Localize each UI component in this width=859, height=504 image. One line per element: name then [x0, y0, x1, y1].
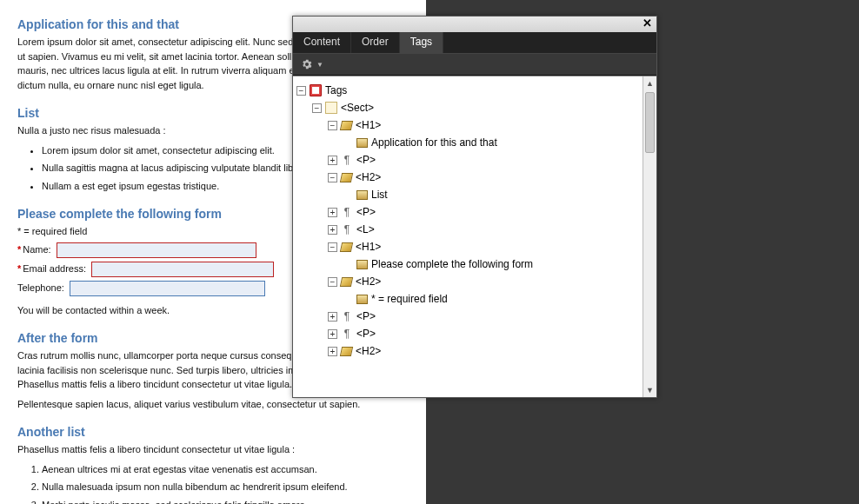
- collapse-icon[interactable]: −: [328, 277, 337, 287]
- list-item: Morbi porta iaculis massa, sed scelerisq…: [42, 498, 443, 505]
- tag-icon: [340, 347, 353, 356]
- tag-icon: [340, 173, 353, 182]
- tree-node[interactable]: List: [296, 186, 639, 203]
- tree-label: Please complete the following form: [371, 258, 533, 270]
- tab-order[interactable]: Order: [351, 32, 400, 53]
- tree-node[interactable]: −<H1>: [296, 238, 639, 255]
- section-icon: [325, 102, 337, 114]
- collapse-icon[interactable]: −: [328, 121, 337, 130]
- tree-label: <H1>: [356, 241, 381, 253]
- close-icon[interactable]: ✕: [641, 17, 653, 30]
- panel-titlebar[interactable]: ✕: [293, 17, 656, 32]
- tree-node[interactable]: +<P>: [296, 151, 639, 169]
- tree-node[interactable]: +<H2>: [296, 342, 639, 360]
- tag-icon: [340, 277, 353, 287]
- panel-toolbar: ▼: [293, 53, 656, 76]
- tree-label: <P>: [356, 310, 376, 322]
- collapse-icon[interactable]: −: [328, 173, 337, 182]
- scroll-down-icon[interactable]: ▼: [643, 383, 656, 397]
- tree-label: * = required field: [371, 293, 448, 305]
- scroll-up-icon[interactable]: ▲: [643, 76, 656, 90]
- heading-another: Another list: [17, 425, 443, 439]
- tree-node[interactable]: −<H2>: [296, 273, 639, 290]
- tree-container: − Tags − <Sect> −<H1>Application for thi…: [293, 76, 656, 397]
- twisty-none: [343, 260, 353, 269]
- scroll-thumb[interactable]: [645, 92, 655, 153]
- collapse-icon[interactable]: −: [296, 86, 306, 96]
- expand-icon[interactable]: +: [328, 329, 337, 339]
- tel-input[interactable]: [70, 281, 265, 296]
- gear-icon[interactable]: [300, 57, 314, 71]
- tree-label: <P>: [356, 206, 376, 218]
- tab-content[interactable]: Content: [293, 32, 351, 53]
- chevron-down-icon[interactable]: ▼: [316, 61, 323, 69]
- tree-node[interactable]: +<P>: [296, 203, 639, 221]
- tab-tags[interactable]: Tags: [400, 32, 443, 53]
- tree-node[interactable]: * = required field: [296, 290, 639, 308]
- pdf-icon: [310, 84, 322, 96]
- tree-root[interactable]: − Tags: [296, 82, 639, 99]
- tree-label: <L>: [356, 223, 375, 235]
- tree-label: List: [371, 189, 388, 201]
- paragraph-icon: [341, 206, 353, 218]
- vertical-scrollbar[interactable]: ▲ ▼: [643, 76, 656, 397]
- expand-icon[interactable]: +: [328, 312, 337, 322]
- email-input[interactable]: [91, 262, 274, 277]
- tree-label: <H1>: [356, 119, 381, 131]
- list-item: Aenean ultrices mi at erat egestas vitae…: [42, 462, 443, 477]
- name-label: *Name:: [17, 242, 51, 257]
- box-icon: [356, 138, 368, 148]
- box-icon: [356, 295, 368, 304]
- expand-icon[interactable]: +: [328, 347, 337, 356]
- paragraph: Phasellus mattis felis a libero tincidun…: [17, 442, 443, 457]
- list-item: Nulla malesuada ipsum non nulla bibendum…: [42, 480, 443, 494]
- paragraph-icon: [341, 328, 353, 340]
- ordered-list: Aenean ultrices mi at erat egestas vitae…: [42, 462, 443, 505]
- panel-tabs: Content Order Tags: [293, 32, 656, 53]
- tree-label: <Sect>: [341, 102, 374, 114]
- required-asterisk: *: [17, 244, 21, 255]
- tree-node[interactable]: Application for this and that: [296, 134, 639, 151]
- tree-label: <H2>: [356, 345, 381, 357]
- twisty-none: [343, 295, 353, 304]
- paragraph: Pellentesque sapien lacus, aliquet variu…: [17, 397, 443, 412]
- tree-label: Tags: [325, 84, 347, 96]
- name-input[interactable]: [57, 242, 256, 258]
- tree-node-sect[interactable]: − <Sect>: [296, 99, 639, 116]
- expand-icon[interactable]: +: [328, 156, 337, 165]
- tag-icon: [340, 242, 353, 252]
- tree-node[interactable]: −<H2>: [296, 169, 639, 186]
- expand-icon[interactable]: +: [328, 208, 337, 217]
- tags-panel: ✕ Content Order Tags ▼ − Tags − <Sect> −…: [292, 16, 657, 398]
- tag-icon: [340, 121, 353, 130]
- tree-label: <H2>: [356, 275, 381, 288]
- paragraph-icon: [341, 310, 353, 322]
- paragraph-icon: [341, 223, 353, 235]
- box-icon: [356, 190, 368, 200]
- tree-node[interactable]: +<P>: [296, 308, 639, 325]
- tree-node[interactable]: Please complete the following form: [296, 255, 639, 273]
- tree-label: <H2>: [356, 171, 381, 183]
- required-asterisk: *: [17, 263, 21, 274]
- tree-label: <P>: [356, 154, 376, 166]
- collapse-icon[interactable]: −: [312, 103, 322, 113]
- collapse-icon[interactable]: −: [328, 242, 337, 252]
- tags-tree[interactable]: − Tags − <Sect> −<H1>Application for thi…: [293, 76, 643, 397]
- tree-label: Application for this and that: [371, 136, 497, 149]
- tree-label: <P>: [356, 328, 376, 340]
- tree-node[interactable]: +<P>: [296, 325, 639, 342]
- paragraph-icon: [341, 154, 353, 166]
- tree-node[interactable]: −<H1>: [296, 116, 639, 134]
- box-icon: [356, 260, 368, 269]
- tel-label: Telephone:: [17, 281, 64, 295]
- email-label: *Email address:: [17, 262, 86, 276]
- twisty-none: [343, 138, 353, 148]
- twisty-none: [343, 190, 353, 200]
- tree-node[interactable]: +<L>: [296, 221, 639, 238]
- expand-icon[interactable]: +: [328, 225, 337, 235]
